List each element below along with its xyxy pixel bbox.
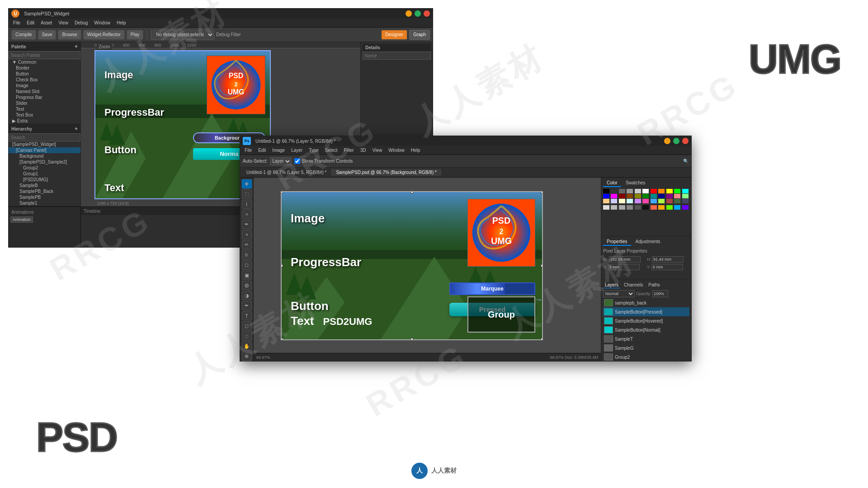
ps-menu-filter[interactable]: Filter — [341, 147, 357, 153]
layer-item-2[interactable]: SampleButton[Hovered] — [603, 316, 689, 325]
ps-maximize-btn[interactable] — [673, 138, 679, 144]
menu-help[interactable]: Help — [114, 20, 129, 26]
hierarchy-group1[interactable]: Group1 — [9, 171, 80, 177]
menu-window[interactable]: Window — [91, 20, 113, 26]
graph-tab-btn[interactable]: Graph — [409, 30, 430, 40]
swatch-c5[interactable] — [682, 205, 689, 210]
swatch-orange[interactable] — [658, 189, 665, 193]
color-tab[interactable]: Color — [603, 179, 621, 187]
hierarchy-samplepb-back[interactable]: SamplePB_Back — [9, 188, 80, 194]
swatch-sky-blue[interactable] — [651, 199, 657, 203]
swatch-white[interactable] — [642, 189, 649, 193]
menu-asset[interactable]: Asset — [38, 20, 55, 26]
swatch-g5[interactable] — [635, 205, 641, 210]
swatch-c4[interactable] — [674, 205, 680, 210]
hierarchy-canvas-panel[interactable]: [Canvas Panel] — [9, 147, 80, 153]
menu-view[interactable]: View — [56, 20, 71, 26]
swatch-dark-red[interactable] — [619, 194, 625, 198]
swatch-c1[interactable] — [651, 205, 657, 210]
hierarchy-group2[interactable]: Group2 — [9, 165, 80, 171]
palette-button[interactable]: Button — [9, 71, 80, 77]
lasso-tool[interactable]: ⌇ — [242, 200, 252, 209]
layer-item-0[interactable]: samplepb_back — [603, 298, 689, 307]
compile-button[interactable]: Compile — [11, 30, 36, 40]
browse-button[interactable]: Browse — [58, 30, 81, 40]
swatch-red[interactable] — [651, 189, 657, 193]
ps-menu-view[interactable]: View — [370, 147, 385, 153]
blur-tool[interactable]: ◍ — [242, 281, 252, 290]
channels-tab[interactable]: Channels — [622, 282, 645, 288]
ue-minimize-btn[interactable] — [406, 10, 412, 17]
widget-reflector-button[interactable]: Widget Reflector — [83, 30, 125, 40]
text-tool[interactable]: T — [242, 311, 252, 320]
swatch-g1[interactable] — [603, 205, 609, 210]
swatch-c3[interactable] — [666, 205, 673, 210]
play-button[interactable]: Play — [127, 30, 143, 40]
swatch-g2[interactable] — [611, 205, 617, 210]
swatch-slate[interactable] — [682, 199, 689, 203]
swatch-cyan[interactable] — [682, 189, 689, 193]
dodge-tool[interactable]: ◑ — [242, 291, 252, 300]
move-tool[interactable]: ✥ — [242, 179, 252, 188]
swatch-black[interactable] — [603, 189, 609, 193]
ps-menu-window[interactable]: Window — [386, 147, 407, 153]
palette-text-box[interactable]: Text Box — [9, 112, 80, 118]
layer-item-5[interactable]: SampleG — [603, 343, 689, 352]
gradient-tool[interactable]: ▣ — [242, 271, 252, 280]
menu-edit[interactable]: Edit — [24, 20, 37, 26]
palette-image[interactable]: Image — [9, 83, 80, 89]
search-icon[interactable]: 🔍 — [683, 159, 689, 164]
hierarchy-background[interactable]: Background — [9, 153, 80, 159]
layer-item-1[interactable]: SampleButton[Pressed] — [603, 307, 689, 316]
palette-checkbox[interactable]: Check Box — [9, 77, 80, 83]
ps-menu-type[interactable]: Type — [306, 147, 321, 153]
hierarchy-psd2umg[interactable]: [PSD2UMG] — [9, 177, 80, 183]
palette-slider[interactable]: Slider — [9, 100, 80, 106]
swatch-lighter-gray[interactable] — [635, 189, 641, 193]
x-input[interactable] — [608, 264, 640, 270]
layers-tab[interactable]: Layers — [603, 282, 620, 288]
swatch-brown[interactable] — [627, 194, 633, 198]
y-input[interactable] — [651, 264, 683, 270]
zoom-tool[interactable]: ⊕ — [242, 352, 252, 361]
swatch-cream[interactable] — [619, 199, 625, 203]
opacity-input[interactable] — [652, 290, 668, 297]
swatch-forest[interactable] — [674, 199, 680, 203]
shape-tool[interactable]: □ — [242, 332, 252, 341]
hierarchy-samplepb[interactable]: SamplePB — [9, 194, 80, 200]
swatch-hot-pink[interactable] — [642, 199, 649, 203]
ps-menu-layer[interactable]: Layer — [288, 147, 305, 153]
swatch-purple[interactable] — [666, 194, 673, 198]
ue-maximize-btn[interactable] — [415, 10, 421, 17]
swatch-light-green[interactable] — [682, 194, 689, 198]
swatch-mid-gray[interactable] — [619, 189, 625, 193]
properties-tab[interactable]: Properties — [603, 238, 631, 246]
blend-mode-select[interactable]: Normal — [603, 290, 635, 297]
ps-close-btn[interactable] — [682, 138, 689, 144]
menu-file[interactable]: File — [10, 20, 23, 26]
swatch-g3[interactable] — [619, 205, 625, 210]
layer-item-3[interactable]: SampleButton[Normal] — [603, 325, 689, 334]
debug-object-select[interactable]: No debug object selected... — [151, 30, 214, 40]
anim-btn[interactable]: Animation — [10, 216, 33, 223]
ue-close-btn[interactable] — [424, 10, 430, 17]
palette-progress-bar[interactable]: Progress Bar — [9, 94, 80, 100]
swatch-navy[interactable] — [658, 194, 665, 198]
w-input[interactable] — [609, 256, 641, 263]
swatch-c2[interactable] — [658, 205, 665, 210]
swatch-teal[interactable] — [651, 194, 657, 198]
ps-tab-samplepsd[interactable]: SamplePSD.psd @ 66.7% (Background, RGB/8… — [331, 169, 441, 176]
pen-tool[interactable]: ✒ — [242, 301, 252, 310]
swatch-lavender[interactable] — [611, 199, 617, 203]
path-tool[interactable]: ◻ — [242, 321, 252, 330]
ps-tab-untitled[interactable]: Untitled-1 @ 66.7% (Layer 5, RGB/8#) * — [242, 169, 331, 176]
hand-tool[interactable]: ✋ — [242, 342, 252, 351]
save-button[interactable]: Save — [38, 30, 57, 40]
palette-text[interactable]: Text — [9, 106, 80, 112]
swatch-pink[interactable] — [674, 194, 680, 198]
swatch-blue[interactable] — [603, 194, 609, 198]
show-transform-checkbox[interactable] — [294, 158, 300, 164]
clone-tool[interactable]: ⎘ — [242, 250, 252, 259]
ps-menu-file[interactable]: File — [242, 147, 255, 153]
crop-tool[interactable]: ⌗ — [242, 210, 252, 219]
